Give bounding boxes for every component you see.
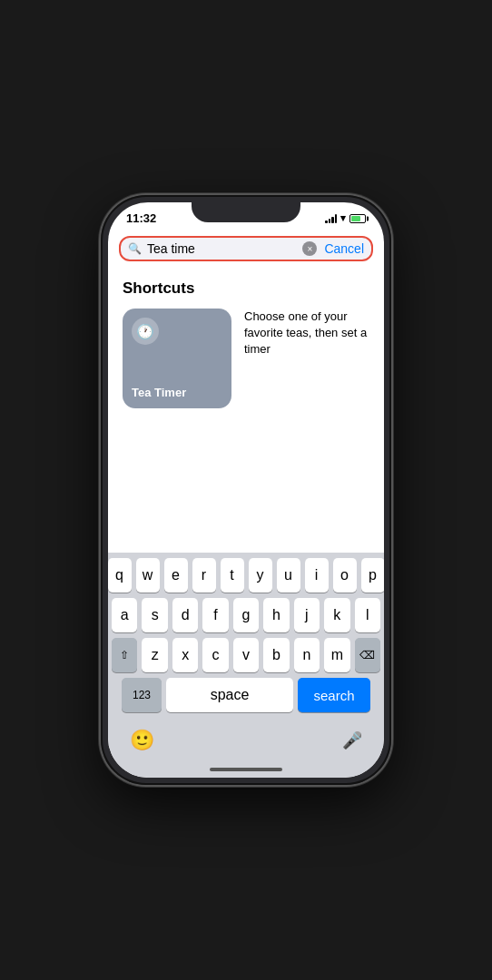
key-d[interactable]: d [172, 598, 198, 632]
key-x[interactable]: x [172, 638, 198, 672]
keyboard: q w e r t y u i o p a s d f g [108, 553, 384, 725]
shift-key[interactable]: ⇧ [112, 638, 137, 672]
keyboard-row-3: ⇧ z x c v b n m ⌫ [112, 638, 380, 672]
key-q[interactable]: q [108, 558, 132, 593]
key-r[interactable]: r [192, 558, 216, 593]
key-o[interactable]: o [333, 558, 357, 593]
emoji-icon[interactable]: 🙂 [130, 729, 154, 752]
search-input[interactable]: Tea time [147, 241, 297, 256]
numbers-key[interactable]: 123 [122, 678, 162, 712]
wifi-icon: ▾ [340, 213, 346, 223]
search-area: 🔍 Tea time × Cancel [108, 229, 384, 269]
clear-button[interactable]: × [302, 241, 317, 256]
cancel-button[interactable]: Cancel [324, 241, 364, 256]
key-f[interactable]: f [202, 598, 228, 632]
phone-screen: 11:32 ▾ 🔍 Tea time × [108, 202, 384, 778]
key-g[interactable]: g [233, 598, 259, 632]
clock-icon: 🕐 [132, 318, 159, 345]
keyboard-row-4: 123 space search [112, 678, 380, 712]
shortcut-list: 🕐 Tea Timer Choose one of your favorite … [123, 309, 369, 408]
key-t[interactable]: t [221, 558, 244, 593]
shortcut-name: Tea Timer [132, 386, 222, 399]
space-key[interactable]: space [166, 678, 293, 712]
search-bar-inner: 🔍 Tea time × [128, 241, 317, 256]
results-area: Shortcuts 🕐 Tea Timer Choose one of your… [108, 269, 384, 553]
phone-frame: 11:32 ▾ 🔍 Tea time × [101, 195, 391, 785]
home-bar [210, 768, 282, 771]
key-n[interactable]: n [294, 638, 320, 672]
section-title: Shortcuts [123, 279, 369, 298]
search-bar[interactable]: 🔍 Tea time × Cancel [119, 236, 373, 261]
key-k[interactable]: k [324, 598, 349, 632]
key-b[interactable]: b [263, 638, 289, 672]
search-key[interactable]: search [298, 678, 370, 712]
status-icons: ▾ [325, 213, 366, 223]
key-l[interactable]: l [355, 598, 380, 632]
bottom-bar: 🙂 🎤 [108, 725, 384, 761]
key-j[interactable]: j [294, 598, 320, 632]
battery-icon [349, 214, 366, 223]
key-s[interactable]: s [142, 598, 167, 632]
microphone-icon[interactable]: 🎤 [342, 730, 362, 750]
home-indicator [108, 761, 384, 778]
key-h[interactable]: h [263, 598, 289, 632]
signal-icon [325, 214, 337, 223]
delete-key[interactable]: ⌫ [355, 638, 380, 672]
key-p[interactable]: p [361, 558, 385, 593]
keyboard-row-1: q w e r t y u i o p [112, 558, 380, 593]
search-icon: 🔍 [128, 242, 142, 255]
key-m[interactable]: m [324, 638, 349, 672]
key-v[interactable]: v [233, 638, 259, 672]
screen-content: 🔍 Tea time × Cancel Shortcuts 🕐 Tea Time… [108, 229, 384, 778]
key-c[interactable]: c [202, 638, 228, 672]
shortcut-description: Choose one of your favorite teas, then s… [244, 309, 369, 358]
notch [192, 202, 300, 222]
key-a[interactable]: a [112, 598, 137, 632]
key-u[interactable]: u [277, 558, 300, 593]
keyboard-row-2: a s d f g h j k l [112, 598, 380, 632]
key-z[interactable]: z [142, 638, 167, 672]
key-y[interactable]: y [249, 558, 272, 593]
key-e[interactable]: e [164, 558, 188, 593]
key-w[interactable]: w [136, 558, 160, 593]
shortcut-card[interactable]: 🕐 Tea Timer [123, 309, 231, 408]
status-time: 11:32 [126, 211, 156, 225]
key-i[interactable]: i [305, 558, 329, 593]
